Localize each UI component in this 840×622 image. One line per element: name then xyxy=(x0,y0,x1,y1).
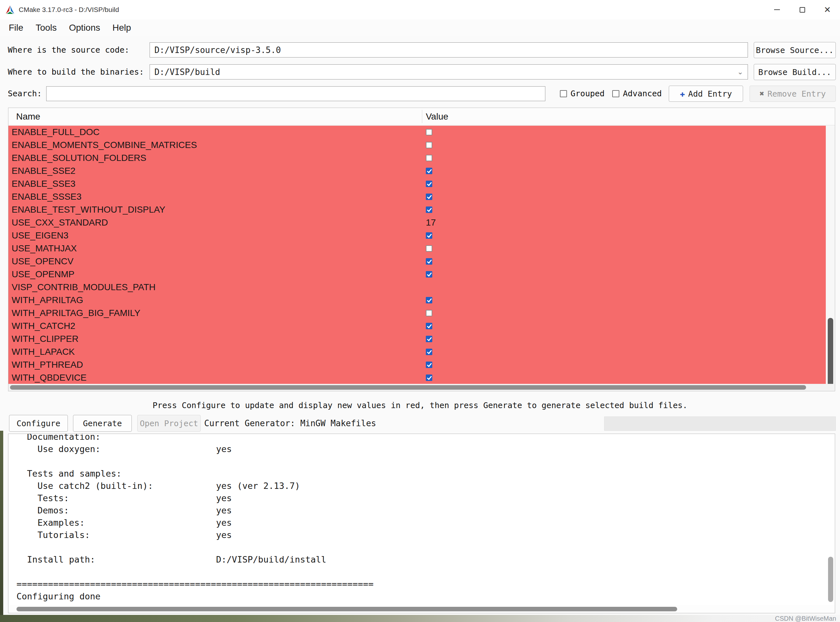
table-row[interactable]: WITH_PTHREAD xyxy=(8,358,826,371)
row-checkbox[interactable] xyxy=(426,206,432,213)
table-row[interactable]: WITH_APRILTAG_BIG_FAMILY xyxy=(8,306,826,320)
row-value: 17 xyxy=(426,218,436,228)
row-name: USE_EIGEN3 xyxy=(12,230,69,241)
minimize-button[interactable] xyxy=(764,0,790,19)
remove-entry-button[interactable]: ✖ Remove Entry xyxy=(750,85,836,102)
row-checkbox[interactable] xyxy=(426,129,432,136)
row-checkbox[interactable] xyxy=(426,194,432,200)
table-row[interactable]: WITH_APRILTAG xyxy=(8,294,826,306)
row-name: ENABLE_SSE3 xyxy=(12,179,76,189)
row-name: ENABLE_MOMENTS_COMBINE_MATRICES xyxy=(12,140,197,150)
output-log: Documentation: Use doxygen: yes Tests an… xyxy=(8,434,835,613)
row-name: WITH_CLIPPER xyxy=(12,334,79,344)
table-row[interactable]: WITH_LAPACK xyxy=(8,345,826,358)
cmake-logo-icon xyxy=(5,5,15,15)
row-checkbox[interactable] xyxy=(426,375,432,381)
row-checkbox[interactable] xyxy=(426,168,432,174)
table-header: Name Value xyxy=(8,108,835,125)
table-row[interactable]: ENABLE_SSE2 xyxy=(8,165,826,177)
table-row[interactable]: ENABLE_FULL_DOC xyxy=(8,126,826,139)
source-path-input[interactable] xyxy=(149,42,748,58)
row-name: ENABLE_SSSE3 xyxy=(12,192,81,202)
remove-entry-x-icon: ✖ xyxy=(759,90,764,98)
row-checkbox[interactable] xyxy=(426,142,432,148)
title-bar: CMake 3.17.0-rc3 - D:/VISP/build ✕ xyxy=(0,0,840,19)
output-horizontal-scrollbar[interactable] xyxy=(8,605,835,613)
row-value xyxy=(426,336,432,342)
column-header-value[interactable]: Value xyxy=(426,108,448,125)
progress-bar xyxy=(604,416,836,431)
output-vertical-scrollbar-thumb[interactable] xyxy=(828,557,833,602)
output-text: Documentation: Use doxygen: yes Tests an… xyxy=(8,434,835,603)
row-checkbox[interactable] xyxy=(426,310,432,316)
table-horizontal-scrollbar[interactable] xyxy=(8,384,835,391)
table-row[interactable]: WITH_CATCH2 xyxy=(8,320,826,332)
menu-help[interactable]: Help xyxy=(106,23,137,33)
table-row[interactable]: ENABLE_MOMENTS_COMBINE_MATRICES xyxy=(8,139,826,151)
row-checkbox[interactable] xyxy=(426,349,432,355)
row-checkbox[interactable] xyxy=(426,232,432,239)
table-row[interactable]: USE_OPENCV xyxy=(8,255,826,268)
current-generator-text: Current Generator: MinGW Makefiles xyxy=(204,415,376,432)
table-row[interactable]: USE_OPENMP xyxy=(8,268,826,281)
row-value xyxy=(426,271,432,277)
combo-dropdown-icon[interactable]: ⌄ xyxy=(737,68,743,76)
column-divider[interactable] xyxy=(422,110,422,123)
table-row[interactable]: ENABLE_SOLUTION_FOLDERS xyxy=(8,151,826,165)
configure-button[interactable]: Configure xyxy=(9,415,68,432)
row-checkbox[interactable] xyxy=(426,323,432,329)
window-controls: ✕ xyxy=(764,0,840,19)
row-value xyxy=(426,142,432,148)
row-name: WITH_QBDEVICE xyxy=(12,372,87,383)
column-header-name[interactable]: Name xyxy=(16,108,40,125)
open-project-button[interactable]: Open Project xyxy=(137,415,201,432)
browse-build-label: Browse Build... xyxy=(758,67,831,77)
grouped-checkbox[interactable] xyxy=(560,90,567,97)
browse-source-button[interactable]: Browse Source... xyxy=(754,42,836,58)
table-row[interactable]: ENABLE_TEST_WITHOUT_DISPLAY xyxy=(8,203,826,216)
row-checkbox[interactable] xyxy=(426,181,432,187)
close-button[interactable]: ✕ xyxy=(815,0,840,19)
table-horizontal-scrollbar-thumb[interactable] xyxy=(10,385,806,390)
row-checkbox[interactable] xyxy=(426,297,432,303)
table-row[interactable]: USE_MATHJAX xyxy=(8,242,826,255)
menu-options[interactable]: Options xyxy=(63,23,107,33)
row-name: USE_CXX_STANDARD xyxy=(12,218,108,228)
add-entry-button[interactable]: ✚ Add Entry xyxy=(669,85,743,102)
table-row[interactable]: ENABLE_SSE3 xyxy=(8,177,826,190)
row-checkbox[interactable] xyxy=(426,271,432,277)
open-project-label: Open Project xyxy=(140,419,198,428)
table-row[interactable]: USE_EIGEN3 xyxy=(8,229,826,242)
row-value xyxy=(426,194,432,200)
search-input[interactable] xyxy=(46,86,545,101)
menu-file[interactable]: File xyxy=(3,23,29,33)
table-row[interactable]: ENABLE_SSSE3 xyxy=(8,190,826,203)
advanced-checkbox[interactable] xyxy=(612,90,619,97)
row-checkbox[interactable] xyxy=(426,245,432,252)
watermark-text: CSDN @BitWiseMan xyxy=(775,615,836,622)
row-checkbox[interactable] xyxy=(426,336,432,342)
menu-tools[interactable]: Tools xyxy=(29,23,63,33)
table-row[interactable]: WITH_CLIPPER xyxy=(8,332,826,345)
configure-label: Configure xyxy=(17,419,60,428)
table-row[interactable]: USE_CXX_STANDARD17 xyxy=(8,216,826,229)
output-horizontal-scrollbar-thumb[interactable] xyxy=(17,607,677,611)
row-checkbox[interactable] xyxy=(426,361,432,368)
table-row[interactable]: WITH_QBDEVICE xyxy=(8,371,826,384)
row-value xyxy=(426,155,432,161)
row-name: ENABLE_SOLUTION_FOLDERS xyxy=(12,153,146,163)
row-value xyxy=(426,245,432,252)
build-path-combo[interactable] xyxy=(149,64,748,79)
table-vertical-scrollbar-thumb[interactable] xyxy=(828,318,833,390)
browse-build-button[interactable]: Browse Build... xyxy=(754,64,836,80)
table-row[interactable]: VISP_CONTRIB_MODULES_PATH xyxy=(8,281,826,294)
row-checkbox[interactable] xyxy=(426,155,432,161)
maximize-button[interactable] xyxy=(790,0,815,19)
remove-entry-label: Remove Entry xyxy=(767,89,826,99)
table-vertical-scrollbar[interactable] xyxy=(826,126,835,384)
row-value xyxy=(426,310,432,316)
advanced-label: Advanced xyxy=(623,86,662,101)
generate-button[interactable]: Generate xyxy=(73,415,132,432)
cache-rows: ENABLE_FULL_DOCENABLE_MOMENTS_COMBINE_MA… xyxy=(8,126,826,384)
row-checkbox[interactable] xyxy=(426,258,432,265)
